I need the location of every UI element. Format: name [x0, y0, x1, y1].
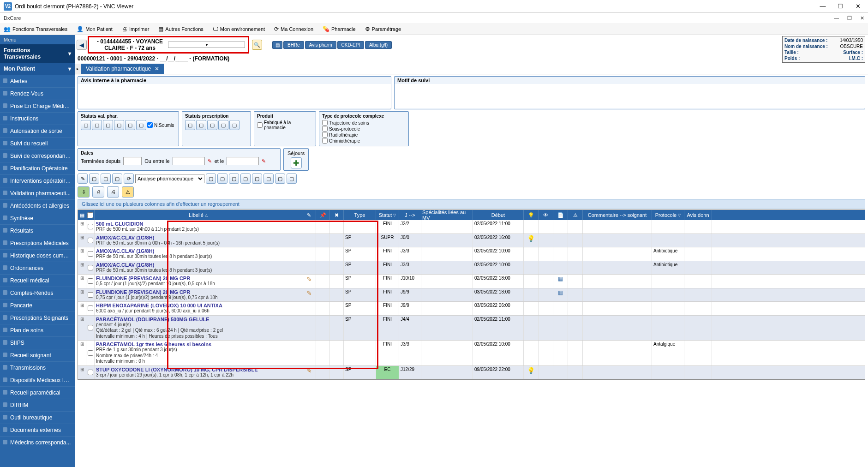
back-button[interactable]: ◀ — [77, 40, 87, 50]
sv-btn-6[interactable]: ▢ — [136, 120, 146, 130]
patient-selector[interactable]: - 0144444455 - VOYANCE CLAIRE - F - 72 a… — [88, 36, 249, 54]
tb-btn-10[interactable]: ▢ — [252, 174, 262, 184]
sidebar-item[interactable]: Dispositifs Médicaux Im... — [0, 374, 75, 386]
proto-radio[interactable]: Radiothérapie — [322, 132, 406, 138]
row-checkbox[interactable] — [86, 288, 95, 302]
sidebar-item[interactable]: Plan de soins — [0, 324, 75, 336]
sidebar-item[interactable]: Alertes — [0, 75, 75, 87]
dates-from-input[interactable] — [173, 157, 205, 165]
sidebar-head-fonctions[interactable]: Fonctions Transversales▾ — [0, 44, 75, 63]
sidebar-head-patient[interactable]: Mon Patient▾ — [0, 63, 75, 75]
sidebar-item[interactable]: Ordonnances — [0, 262, 75, 274]
table-row[interactable]: ⊞AMOX/AC.CLAV (1G/8H)PRF de 50 mL sur 30… — [78, 261, 865, 275]
group-hint-bar[interactable]: Glissez ici une ou plusieurs colonnes af… — [78, 199, 865, 209]
sidebar-item[interactable]: Prise En Charge Médicale — [0, 100, 75, 112]
export-button[interactable]: ⇩ — [78, 186, 90, 198]
table-row[interactable]: ⊞FLUINDIONE (PREVISCAN) 20 MG CPR0,75 cp… — [78, 288, 865, 302]
sv-btn-1[interactable]: ▢ — [81, 120, 91, 130]
expand-toggle[interactable]: ⊞ — [78, 341, 86, 365]
table-row[interactable]: ⊞AMOX/AC.CLAV (1G/8H)PRF de 50 mL sur 30… — [78, 234, 865, 248]
sp-btn-1[interactable]: ▢ — [185, 120, 195, 130]
col-specialites[interactable]: Spécialités liées au MV — [421, 210, 473, 220]
sidebar-item[interactable]: Pancarte — [0, 299, 75, 311]
tb-btn-13[interactable]: ▢ — [287, 174, 297, 184]
tag-avis-pharm[interactable]: Avis pharm — [305, 41, 336, 49]
sidebar-item[interactable]: Suivi du recueil — [0, 137, 75, 150]
avis-textarea[interactable] — [78, 84, 391, 108]
col-statut[interactable]: Statut▽ — [376, 210, 399, 220]
row-checkbox[interactable] — [86, 275, 95, 288]
tb-btn-8[interactable]: ▢ — [229, 174, 239, 184]
sp-btn-5[interactable]: ▢ — [229, 120, 239, 130]
tb-btn-7[interactable]: ▢ — [217, 174, 227, 184]
cell-pencil[interactable]: ✎ — [302, 366, 316, 379]
col-icon-pencil[interactable]: ✎ — [302, 210, 316, 220]
nsoumis-checkbox[interactable]: N.Soumis — [147, 122, 174, 128]
dropdown-icon[interactable]: ▾ — [168, 42, 245, 48]
menu-autres-fonctions[interactable]: ▤Autres Fonctions — [156, 25, 205, 33]
menu-imprimer[interactable]: 🖨Imprimer — [120, 25, 151, 33]
analyse-select[interactable]: Analyse pharmaceutique — [135, 174, 204, 183]
menu-ma-connexion[interactable]: ⟳Ma Connexion — [272, 25, 315, 33]
sidebar-item[interactable]: Résultats — [0, 224, 75, 237]
row-checkbox[interactable] — [86, 234, 95, 247]
sp-btn-4[interactable]: ▢ — [218, 120, 228, 130]
proto-trajectoire[interactable]: Trajectoire de soins — [322, 120, 406, 126]
sidebar-item[interactable]: Planification Opératoire — [0, 162, 75, 174]
tab-expander[interactable]: ▸ — [75, 64, 81, 74]
sidebar-item[interactable]: Suivi de correspondance — [0, 150, 75, 162]
menu-mon-environnement[interactable]: 🖵Mon environnement — [211, 25, 267, 33]
col-bulb[interactable]: 💡 — [524, 210, 539, 220]
tag-bhre[interactable]: BHRe — [283, 41, 304, 49]
tag-albu[interactable]: Albu.(g/l) — [365, 41, 392, 49]
row-checkbox[interactable] — [86, 302, 95, 315]
row-checkbox[interactable] — [86, 366, 95, 379]
maximize-button[interactable]: ☐ — [836, 2, 845, 11]
col-warn[interactable]: ⚠ — [568, 210, 583, 220]
close-button[interactable]: ✕ — [853, 2, 862, 11]
expand-toggle[interactable]: ⊞ — [78, 261, 86, 275]
sidebar-item[interactable]: Transmissions — [0, 361, 75, 374]
expand-toggle[interactable]: ⊞ — [78, 220, 86, 234]
sidebar-item[interactable]: Validation pharmaceuti... — [0, 187, 75, 199]
expand-toggle[interactable]: ⊞ — [78, 288, 86, 302]
sidebar-item[interactable]: Recueil médical — [0, 274, 75, 287]
row-checkbox[interactable] — [86, 316, 95, 341]
menu-fonctions-transversales[interactable]: 👥Fonctions Transversales — [2, 25, 69, 33]
minimize-button[interactable]: — — [818, 2, 827, 11]
proto-sous[interactable]: Sous-protocole — [322, 126, 406, 132]
tb-btn-4[interactable]: ▢ — [112, 174, 122, 184]
table-row[interactable]: ⊞STUP OXYCODONE LI (OXYNORMORO) 10 MG, C… — [78, 366, 865, 380]
sidebar-item[interactable]: Synthèse — [0, 212, 75, 224]
alert-button[interactable]: ⚠ — [122, 186, 134, 198]
col-doc[interactable]: 📄 — [553, 210, 568, 220]
expand-toggle[interactable]: ⊞ — [78, 316, 86, 341]
dates-to-input[interactable] — [227, 157, 259, 165]
tb-btn-11[interactable]: ▢ — [263, 174, 274, 184]
tb-btn-6[interactable]: ▢ — [206, 174, 216, 184]
sidebar-item[interactable]: Interventions opératoires — [0, 174, 75, 187]
add-sejour-button[interactable]: ✚ — [291, 157, 302, 168]
col-icon-pin[interactable]: 📌 — [316, 210, 330, 220]
col-avis[interactable]: Avis donn — [684, 210, 712, 220]
expand-toggle[interactable]: ⊞ — [78, 302, 86, 315]
sidebar-item[interactable]: Autorisation de sortie — [0, 125, 75, 137]
row-checkbox[interactable] — [86, 341, 95, 365]
table-row[interactable]: ⊞PARACETAMOL 1gr ttes les 6 heures si be… — [78, 341, 865, 366]
tb-btn-3[interactable]: ▢ — [101, 174, 111, 184]
expand-toggle[interactable]: ⊞ — [78, 247, 86, 261]
tab-validation-pharma[interactable]: Validation pharmaceutique ✕ — [81, 64, 164, 74]
col-commentaire[interactable]: Commentaire --> soignant — [583, 210, 652, 220]
tb-btn-9[interactable]: ▢ — [240, 174, 251, 184]
sidebar-item[interactable]: Antécédents et allergies — [0, 199, 75, 212]
tb-btn-5[interactable]: ⟳ — [124, 174, 134, 184]
col-eye[interactable]: 👁 — [539, 210, 553, 220]
sidebar-item[interactable]: Instructions — [0, 112, 75, 125]
proto-chimio[interactable]: Chimiothérapie — [322, 138, 406, 144]
menu-parametrage[interactable]: ⚙Paramétrage — [363, 25, 403, 33]
tag-icon[interactable]: ▤ — [272, 41, 282, 49]
col-expand[interactable]: ▦ — [78, 210, 86, 220]
sp-btn-3[interactable]: ▢ — [207, 120, 217, 130]
inner-restore-button[interactable]: ❐ — [847, 15, 852, 21]
sidebar-item[interactable]: Documents externes — [0, 424, 75, 436]
